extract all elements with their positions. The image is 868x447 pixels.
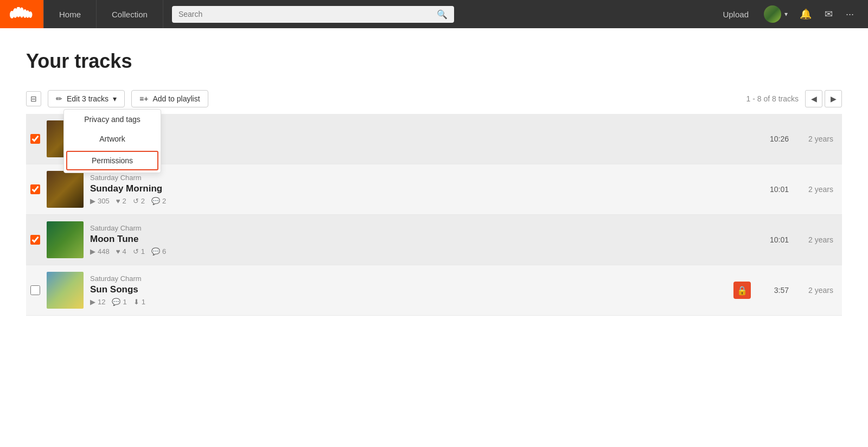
avatar-area[interactable]: ▾	[760, 5, 792, 23]
track-stats: ▶ 305 ♥ 2 ↺ 2 💬 2	[90, 197, 755, 205]
track-artwork	[47, 272, 84, 309]
search-box: 🔍	[172, 6, 454, 23]
play-count: 12	[98, 298, 105, 306]
main-content: Your tracks ⊟ ✏ Edit 3 tracks ▾ Privacy …	[0, 28, 868, 329]
add-playlist-icon: ≡+	[139, 94, 148, 103]
track-artist: Saturday Charm	[90, 274, 727, 283]
lock-icon: 🔒	[737, 285, 748, 296]
logo[interactable]	[0, 0, 43, 28]
repost-stat: ↺ 1	[133, 247, 145, 256]
prev-icon: ◀	[811, 94, 817, 103]
plays-stat: ▶ 305	[90, 197, 110, 205]
track-duration: 3:57	[762, 286, 789, 295]
avatar	[764, 5, 781, 23]
upload-button[interactable]: Upload	[714, 10, 757, 19]
track-checkbox[interactable]	[30, 235, 40, 245]
more-options-icon[interactable]: ···	[840, 9, 859, 20]
track-stats: ▶ 12 💬 1 ⬇ 1	[90, 298, 727, 306]
search-icon[interactable]: 🔍	[437, 9, 448, 20]
comment-count: 1	[123, 298, 126, 306]
next-page-button[interactable]: ▶	[825, 90, 842, 107]
tracks-count: 1 - 8 of 8 tracks	[746, 94, 799, 103]
track-age: 2 years	[795, 185, 833, 194]
likes-count: 4	[122, 247, 126, 256]
messages-icon[interactable]: ✉	[819, 8, 838, 20]
header-actions: Upload ▾ 🔔 ✉ ···	[714, 5, 868, 23]
next-icon: ▶	[831, 94, 837, 103]
toolbar: ⊟ ✏ Edit 3 tracks ▾ Privacy and tags Art…	[26, 90, 842, 107]
comment-icon: 💬	[151, 247, 160, 256]
comment-icon: 💬	[151, 197, 160, 205]
likes-count: 2	[122, 197, 126, 205]
comment-stat: 💬 6	[151, 247, 166, 256]
page-title: Your tracks	[26, 50, 842, 73]
edit-dropdown-menu: Privacy and tags Artwork Permissions	[63, 109, 161, 173]
nav-collection[interactable]: Collection	[97, 0, 163, 28]
prev-page-button[interactable]: ◀	[805, 90, 822, 107]
track-title: Moon Tune	[90, 234, 755, 245]
edit-tracks-button[interactable]: ✏ Edit 3 tracks ▾ Privacy and tags Artwo…	[48, 90, 125, 107]
pagination: ◀ ▶	[805, 90, 842, 107]
repost-stat: ↺ 2	[133, 197, 145, 205]
track-checkbox[interactable]	[30, 285, 40, 295]
track-duration: 10:01	[762, 185, 789, 194]
dropdown-item-artwork[interactable]: Artwork	[64, 129, 161, 149]
edit-tracks-label: Edit 3 tracks	[67, 94, 108, 103]
add-to-playlist-button[interactable]: ≡+ Add to playlist	[131, 90, 208, 107]
repost-count: 2	[141, 197, 145, 205]
plays-stat: ▶ 448	[90, 247, 110, 256]
play-count: 305	[98, 197, 110, 205]
private-lock-badge: 🔒	[733, 282, 751, 299]
track-age: 2 years	[795, 286, 833, 295]
track-info: Saturday Charm Saturday Charm ↺ 1 💬 5	[90, 123, 755, 155]
collapse-button[interactable]: ⊟	[26, 91, 41, 106]
chevron-down-icon: ▾	[784, 10, 788, 18]
track-age: 2 years	[795, 135, 833, 143]
dropdown-item-privacy[interactable]: Privacy and tags	[64, 110, 161, 129]
add-playlist-label: Add to playlist	[152, 94, 200, 103]
track-age: 2 years	[795, 235, 833, 244]
track-info: Saturday Charm Sun Songs ▶ 12 💬 1 ⬇ 1	[90, 274, 727, 306]
track-checkbox[interactable]	[30, 134, 40, 144]
comment-icon: 💬	[112, 298, 120, 306]
pencil-icon: ✏	[56, 94, 62, 103]
nav-home[interactable]: Home	[43, 0, 97, 28]
repost-icon: ↺	[133, 247, 139, 256]
comment-count: 2	[162, 197, 166, 205]
track-info: Saturday Charm Moon Tune ▶ 448 ♥ 4 ↺ 1	[90, 224, 755, 256]
track-stats: ▶ 448 ♥ 4 ↺ 1 💬 6	[90, 247, 755, 256]
track-info: Saturday Charm Sunday Morning ▶ 305 ♥ 2 …	[90, 174, 755, 205]
heart-icon: ♥	[116, 247, 120, 256]
track-checkbox[interactable]	[30, 184, 40, 194]
play-icon: ▶	[90, 197, 95, 205]
download-count: 1	[142, 298, 145, 306]
track-title: Sunday Morning	[90, 183, 755, 194]
track-artwork	[47, 221, 84, 258]
dropdown-chevron-icon: ▾	[113, 94, 117, 103]
track-title: Sun Songs	[90, 284, 727, 295]
track-title: Saturday Charm	[90, 133, 755, 144]
heart-icon: ♥	[116, 197, 120, 205]
main-nav: Home Collection	[43, 0, 163, 28]
track-artwork	[47, 171, 84, 208]
play-count: 448	[98, 247, 110, 256]
comment-stat: 💬 2	[151, 197, 166, 205]
notifications-icon[interactable]: 🔔	[794, 8, 817, 20]
track-duration: 10:26	[762, 135, 789, 143]
play-icon: ▶	[90, 247, 95, 256]
download-icon: ⬇	[133, 298, 139, 306]
dropdown-item-permissions[interactable]: Permissions	[66, 151, 158, 170]
repost-icon: ↺	[133, 197, 139, 205]
track-artist: Saturday Charm	[90, 224, 755, 232]
soundcloud-logo-icon	[10, 5, 34, 23]
track-duration: 10:01	[762, 235, 789, 244]
track-artist: Saturday Charm	[90, 123, 755, 131]
table-row: Saturday Charm Moon Tune ▶ 448 ♥ 4 ↺ 1	[26, 215, 842, 265]
search-input[interactable]	[178, 10, 437, 18]
likes-stat: ♥ 2	[116, 197, 126, 205]
repost-count: 1	[141, 247, 145, 256]
track-stats: ↺ 1 💬 5	[90, 146, 755, 155]
play-icon: ▶	[90, 298, 95, 306]
plays-stat: ▶ 12	[90, 298, 105, 306]
table-row: Saturday Charm Sun Songs ▶ 12 💬 1 ⬇ 1	[26, 265, 842, 316]
